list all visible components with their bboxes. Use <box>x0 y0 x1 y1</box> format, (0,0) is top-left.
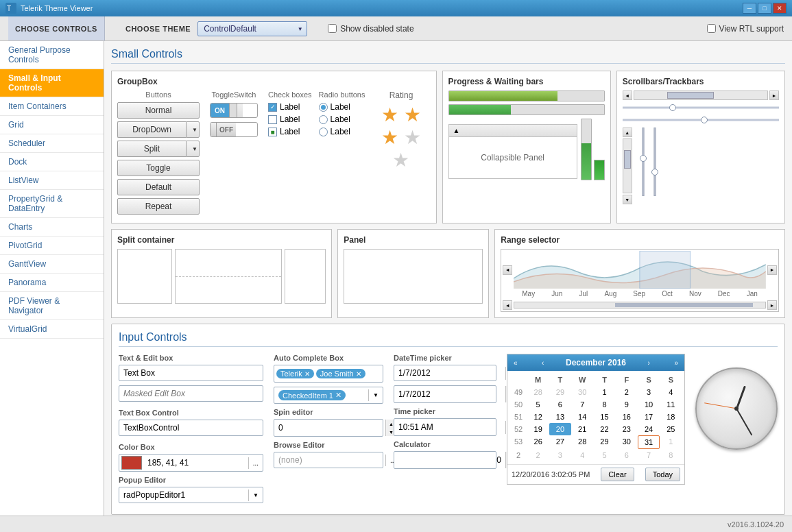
cal-day-29b[interactable]: 29 <box>594 435 615 449</box>
radio-button-1[interactable] <box>319 103 328 112</box>
radio-item-2[interactable]: Label <box>319 114 365 124</box>
cal-day-5b[interactable]: 5 <box>594 449 615 461</box>
cal-day-27[interactable]: 27 <box>549 435 571 449</box>
range-scrollbar[interactable] <box>514 302 766 309</box>
cal-next-btn[interactable]: › <box>645 359 653 367</box>
cal-day-29[interactable]: 29 <box>549 386 571 398</box>
theme-select-wrapper[interactable]: ControlDefault Office2010Blue Office2010… <box>197 21 307 36</box>
cal-day-12[interactable]: 12 <box>527 411 549 423</box>
cal-day-28[interactable]: 28 <box>527 386 549 398</box>
show-disabled-label[interactable]: Show disabled state <box>328 24 413 34</box>
range-left-arrow[interactable]: ◄ <box>503 265 512 275</box>
sidebar-item-small-input[interactable]: Small & Input Controls <box>0 69 104 97</box>
tags-dropdown-arrow[interactable]: ▼ <box>368 389 383 401</box>
cal-day-25[interactable]: 25 <box>660 423 682 435</box>
collapsible-header[interactable]: ▲ <box>449 125 577 137</box>
sidebar-item-virtual-grid[interactable]: VirtualGrid <box>0 320 104 339</box>
cal-day-4[interactable]: 4 <box>660 386 682 398</box>
tags-input[interactable]: Telerik ✕ Joe Smith ✕ <box>274 365 383 383</box>
window-controls[interactable]: ─ □ ✕ <box>743 3 787 14</box>
star-5[interactable]: ★ <box>392 149 409 171</box>
popup-editor-dropdown[interactable]: ▼ <box>248 489 263 501</box>
checkbox-item-3[interactable]: ■ Label <box>268 127 312 136</box>
calendar-clear-button[interactable]: Clear <box>601 468 634 481</box>
star-3[interactable]: ★ <box>381 127 398 148</box>
cal-day-14[interactable]: 14 <box>572 411 593 423</box>
sidebar-item-item-containers[interactable]: Item Containers <box>0 97 104 116</box>
tag-joe-smith-remove[interactable]: ✕ <box>356 370 361 378</box>
cal-day-19[interactable]: 19 <box>527 423 549 435</box>
cal-day-21[interactable]: 21 <box>572 423 593 435</box>
radio-button-3[interactable] <box>319 128 328 136</box>
cal-day-15[interactable]: 15 <box>594 411 615 423</box>
datetime-input-1[interactable] <box>394 365 505 380</box>
scrollbar-vert-track[interactable] <box>623 138 632 193</box>
sidebar-item-general[interactable]: General Purpose Controls <box>0 41 104 69</box>
toggle-switch-off[interactable]: OFF <box>210 122 258 137</box>
text-box-control[interactable] <box>119 420 263 436</box>
cal-last-btn[interactable]: » <box>671 359 681 367</box>
cal-day-18[interactable]: 18 <box>660 411 682 423</box>
range-scroll-left[interactable]: ◄ <box>503 300 512 310</box>
range-scroll-right[interactable]: ► <box>767 300 777 310</box>
vert-slider-1[interactable] <box>640 155 647 162</box>
radio-item-1[interactable]: Label <box>319 102 365 112</box>
slider-2[interactable] <box>623 115 779 125</box>
checkbox-2[interactable] <box>268 115 277 124</box>
repeat-button[interactable]: Repeat <box>117 198 200 215</box>
cal-day-8[interactable]: 8 <box>594 398 615 411</box>
star-2[interactable]: ★ <box>404 104 421 125</box>
sidebar-item-listview[interactable]: ListView <box>0 171 104 190</box>
radio-item-3[interactable]: Label <box>319 127 365 136</box>
cal-day-7[interactable]: 7 <box>572 398 593 411</box>
scrollbar-down-arrow[interactable]: ▼ <box>623 195 632 204</box>
tags-dropdown[interactable]: CheckedItem 1 ✕ ▼ <box>274 387 383 404</box>
cal-day-1[interactable]: 1 <box>594 386 615 398</box>
normal-button[interactable]: Normal <box>117 102 200 119</box>
sidebar-item-pivot-grid[interactable]: PivotGrid <box>0 237 104 255</box>
tag-telerik-remove[interactable]: ✕ <box>304 370 310 378</box>
default-button[interactable]: Default <box>117 179 200 195</box>
cal-day-30b[interactable]: 30 <box>616 435 637 449</box>
maximize-button[interactable]: □ <box>758 3 771 14</box>
cal-day-5[interactable]: 5 <box>527 398 549 411</box>
calendar-today-button[interactable]: Today <box>645 468 680 481</box>
tag-joe-smith[interactable]: Joe Smith ✕ <box>316 369 365 378</box>
cal-day-13[interactable]: 13 <box>549 411 571 423</box>
show-disabled-checkbox[interactable] <box>328 24 337 33</box>
toggle-button[interactable]: Toggle <box>117 160 200 176</box>
cal-day-28b[interactable]: 28 <box>572 435 593 449</box>
checkbox-3[interactable]: ■ <box>268 128 277 136</box>
split-button[interactable]: Split <box>117 141 186 157</box>
sidebar-item-pdf[interactable]: PDF Viewer & Navigator <box>0 292 104 320</box>
cal-day-30[interactable]: 30 <box>572 386 593 398</box>
scrollbar-up-arrow[interactable]: ▲ <box>623 128 632 137</box>
split-arrow-button[interactable]: ▼ <box>186 141 200 157</box>
slider-2-thumb[interactable] <box>701 117 708 123</box>
masked-edit-box[interactable] <box>119 385 263 402</box>
scrollbar-horiz-track[interactable] <box>634 90 768 100</box>
sidebar-item-charts[interactable]: Charts <box>0 218 104 237</box>
view-rtl-label[interactable]: View RTL support <box>707 24 784 34</box>
scrollbar-left-arrow[interactable]: ◄ <box>623 90 632 100</box>
cal-day-24[interactable]: 24 <box>638 423 659 435</box>
checkbox-1[interactable]: ✓ <box>268 103 277 112</box>
cal-day-1b[interactable]: 1 <box>660 435 682 449</box>
cal-prev-btn[interactable]: ‹ <box>539 359 547 367</box>
slider-1[interactable] <box>623 103 779 112</box>
checkbox-item-1[interactable]: ✓ Label <box>268 102 312 112</box>
theme-select[interactable]: ControlDefault Office2010Blue Office2010… <box>197 21 307 36</box>
tag-telerik[interactable]: Telerik ✕ <box>276 369 314 378</box>
color-picker-button[interactable]: ... <box>248 457 263 469</box>
sidebar-item-property-grid[interactable]: PropertyGrid & DataEntry <box>0 190 104 218</box>
cal-day-26[interactable]: 26 <box>527 435 549 449</box>
dropdown-arrow-button[interactable]: ▼ <box>186 121 200 138</box>
cal-day-7b[interactable]: 7 <box>638 449 659 461</box>
cal-day-23[interactable]: 23 <box>616 423 637 435</box>
slider-1-thumb[interactable] <box>669 104 676 111</box>
view-rtl-checkbox[interactable] <box>707 24 716 33</box>
popup-editor-input[interactable] <box>119 487 248 503</box>
vert-slider-2[interactable] <box>651 169 658 176</box>
star-1[interactable]: ★ <box>381 104 398 125</box>
sidebar-item-scheduler[interactable]: Scheduler <box>0 134 104 153</box>
